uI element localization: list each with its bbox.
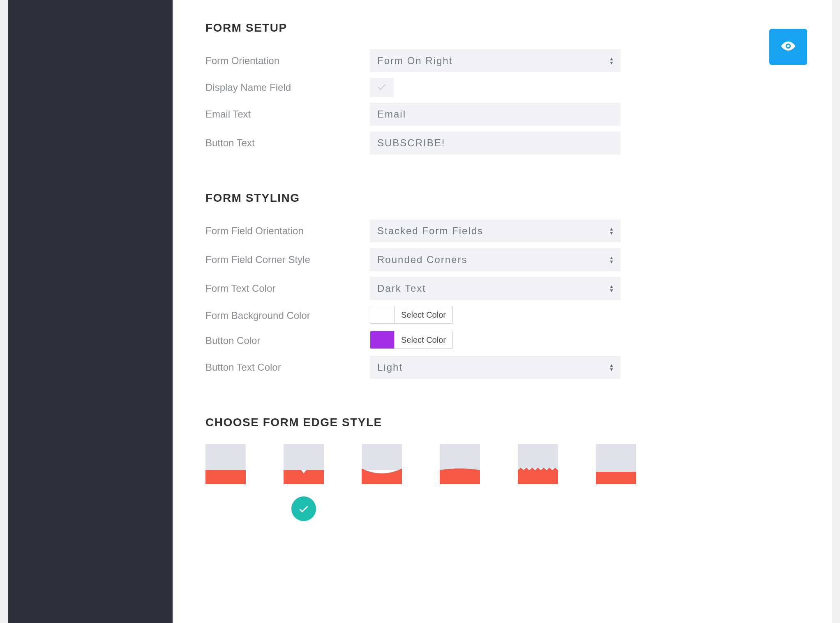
- svg-rect-3: [362, 444, 402, 470]
- bg-color-label: Form Background Color: [205, 310, 370, 321]
- chevron-updown-icon: ▲▼: [609, 284, 615, 293]
- form-setup-section: FORM SETUP Form Orientation Form On Righ…: [205, 21, 621, 155]
- eye-icon: [780, 38, 796, 55]
- sidebar: [8, 0, 173, 623]
- svg-rect-1: [205, 470, 246, 484]
- field-orientation-select[interactable]: Stacked Form Fields ▲▼: [370, 219, 621, 242]
- edge-tile-icon: [284, 444, 324, 484]
- form-orientation-label: Form Orientation: [205, 55, 370, 67]
- select-color-label: Select Color: [394, 306, 452, 323]
- edge-style-carrot[interactable]: [284, 444, 324, 521]
- edge-tile-icon: [205, 444, 246, 484]
- select-value: Rounded Corners: [377, 254, 467, 265]
- email-text-label: Email Text: [205, 108, 370, 120]
- text-color-label: Form Text Color: [205, 283, 370, 294]
- edge-style-basic[interactable]: [205, 444, 246, 521]
- edge-style-zigzag[interactable]: [518, 444, 558, 521]
- email-text-input[interactable]: [370, 103, 621, 126]
- edge-style-breakout[interactable]: [596, 444, 636, 521]
- svg-rect-5: [518, 444, 558, 468]
- preview-button[interactable]: [769, 29, 807, 65]
- chevron-updown-icon: ▲▼: [609, 363, 615, 371]
- select-value: Light: [377, 362, 403, 373]
- field-orientation-label: Form Field Orientation: [205, 225, 370, 237]
- form-orientation-select[interactable]: Form On Right ▲▼: [370, 49, 621, 72]
- edge-tile-icon: [518, 444, 558, 484]
- button-color-picker[interactable]: Select Color: [370, 331, 453, 349]
- edge-style-wave-down[interactable]: [362, 444, 402, 521]
- edge-tile-icon: [362, 444, 402, 484]
- corner-style-label: Form Field Corner Style: [205, 254, 370, 265]
- edge-tile-icon: [596, 444, 636, 484]
- section-title: FORM STYLING: [205, 192, 621, 205]
- svg-rect-2: [284, 444, 324, 470]
- svg-rect-6: [596, 444, 636, 472]
- select-color-label: Select Color: [394, 331, 452, 348]
- corner-style-select[interactable]: Rounded Corners ▲▼: [370, 248, 621, 271]
- button-text-color-label: Button Text Color: [205, 362, 370, 373]
- select-value: Dark Text: [377, 283, 426, 294]
- section-title: CHOOSE FORM EDGE STYLE: [205, 416, 621, 429]
- button-color-label: Button Color: [205, 335, 370, 346]
- select-value: Form On Right: [377, 55, 452, 67]
- svg-rect-0: [205, 444, 246, 470]
- section-title: FORM SETUP: [205, 21, 621, 35]
- main-panel: FORM SETUP Form Orientation Form On Righ…: [173, 0, 832, 623]
- bg-color-picker[interactable]: Select Color: [370, 306, 453, 324]
- display-name-label: Display Name Field: [205, 82, 370, 93]
- text-color-select[interactable]: Dark Text ▲▼: [370, 277, 621, 300]
- edge-style-section: CHOOSE FORM EDGE STYLE: [205, 416, 621, 521]
- chevron-updown-icon: ▲▼: [609, 57, 615, 65]
- edge-style-grid: [205, 444, 621, 521]
- svg-rect-4: [440, 444, 480, 470]
- chevron-updown-icon: ▲▼: [609, 227, 615, 235]
- selected-check-icon: [291, 496, 316, 521]
- button-text-color-select[interactable]: Light ▲▼: [370, 356, 621, 379]
- check-icon: [376, 81, 387, 94]
- chevron-updown-icon: ▲▼: [609, 256, 615, 264]
- color-swatch: [370, 331, 394, 348]
- select-value: Stacked Form Fields: [377, 225, 483, 237]
- form-styling-section: FORM STYLING Form Field Orientation Stac…: [205, 192, 621, 379]
- color-swatch: [370, 306, 394, 323]
- svg-rect-7: [596, 472, 636, 484]
- edge-tile-icon: [440, 444, 480, 484]
- button-text-input[interactable]: [370, 132, 621, 155]
- button-text-label: Button Text: [205, 137, 370, 149]
- display-name-checkbox[interactable]: [370, 78, 394, 97]
- edge-style-wave-up[interactable]: [440, 444, 480, 521]
